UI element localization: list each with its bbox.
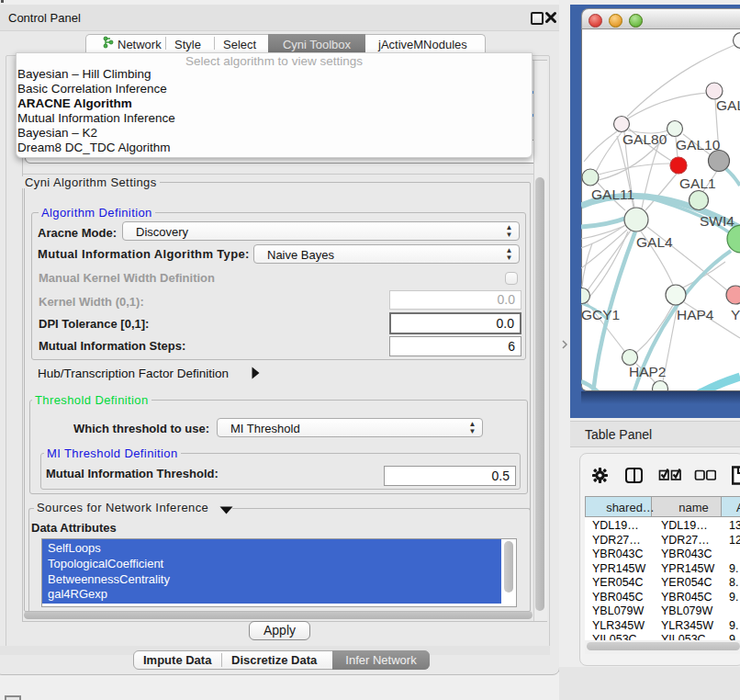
svg-text:GAL11: GAL11 <box>591 186 634 202</box>
svg-text:Y: Y <box>731 307 740 322</box>
svg-text:HAP2: HAP2 <box>629 364 667 379</box>
svg-text:GAL10: GAL10 <box>676 137 721 152</box>
svg-text:GAL80: GAL80 <box>622 131 667 147</box>
svg-text:HAP4: HAP4 <box>677 307 714 322</box>
svg-text:GAL7: GAL7 <box>716 97 740 113</box>
svg-text:SWI4: SWI4 <box>700 213 734 229</box>
svg-text:GCY1: GCY1 <box>581 307 620 322</box>
svg-text:GAL4: GAL4 <box>636 234 673 250</box>
svg-text:GAL1: GAL1 <box>679 175 716 191</box>
